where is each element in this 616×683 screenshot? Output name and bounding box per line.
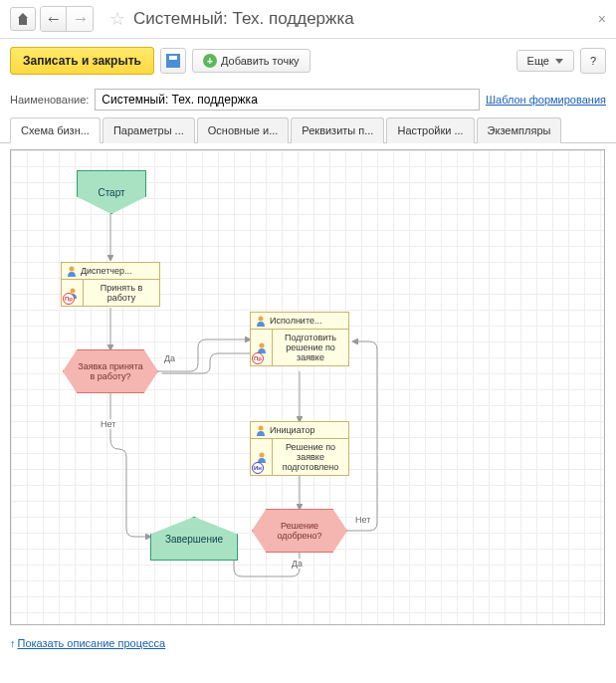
name-row: Наименование: Шаблон формирования bbox=[0, 83, 616, 116]
diagram-canvas[interactable]: Старт Диспетчер... Пр Принять в работу З… bbox=[10, 149, 605, 625]
help-button[interactable]: ? bbox=[580, 48, 606, 74]
badge-in: Ин bbox=[252, 462, 264, 474]
arrow-up-icon: ↑ bbox=[10, 637, 16, 649]
edge-label-yes2: Да bbox=[290, 559, 305, 569]
node-decision-approved[interactable]: Решение одобрено? bbox=[252, 509, 347, 553]
back-button[interactable]: 🡐 bbox=[41, 7, 67, 31]
show-description-link[interactable]: Показать описание процесса bbox=[18, 637, 166, 649]
more-label: Еще bbox=[527, 55, 549, 67]
person-icon bbox=[66, 265, 78, 277]
chevron-down-icon bbox=[555, 59, 563, 64]
nav-group: 🡐 🡒 bbox=[40, 6, 94, 32]
add-point-label: Добавить точку bbox=[221, 55, 300, 67]
template-link[interactable]: Шаблон формирования bbox=[486, 94, 606, 106]
arrow-right-icon: 🡒 bbox=[75, 13, 86, 25]
titlebar: 🡐 🡒 ☆ Системный: Тех. поддержка × bbox=[0, 0, 616, 39]
name-input[interactable] bbox=[95, 89, 480, 111]
plus-icon: + bbox=[203, 54, 217, 68]
save-close-button[interactable]: Записать и закрыть bbox=[10, 47, 154, 75]
svg-point-4 bbox=[259, 426, 264, 431]
more-button[interactable]: Еще bbox=[516, 50, 574, 72]
tab-req[interactable]: Реквизиты п... bbox=[291, 117, 384, 143]
svg-point-0 bbox=[70, 267, 75, 272]
edge-label-yes: Да bbox=[162, 353, 177, 363]
home-icon bbox=[16, 13, 30, 25]
canvas-wrap: Старт Диспетчер... Пр Принять в работу З… bbox=[0, 143, 616, 631]
footer: ↑Показать описание процесса bbox=[0, 631, 616, 655]
edge-label-no: Нет bbox=[99, 419, 117, 429]
svg-point-5 bbox=[259, 453, 264, 458]
add-point-button[interactable]: + Добавить точку bbox=[192, 49, 310, 73]
tab-params[interactable]: Параметры ... bbox=[103, 117, 195, 143]
node-initiator-task[interactable]: Инициатор Ин Решение по заявке подготовл… bbox=[250, 421, 349, 476]
person-icon bbox=[255, 424, 267, 436]
favorite-icon[interactable]: ☆ bbox=[109, 8, 125, 30]
tab-settings[interactable]: Настройки ... bbox=[386, 117, 474, 143]
edge-label-no2: Нет bbox=[353, 515, 372, 525]
node-dispatcher-task[interactable]: Диспетчер... Пр Принять в работу bbox=[61, 262, 160, 307]
arrow-left-icon: 🡐 bbox=[48, 13, 59, 25]
node-executor-task[interactable]: Исполните... Пр Подготовить решение по з… bbox=[250, 312, 349, 366]
svg-point-2 bbox=[259, 317, 264, 322]
node-decision-accepted[interactable]: Заявка принята в работу? bbox=[63, 349, 158, 393]
page-title: Системный: Тех. поддержка bbox=[133, 9, 598, 29]
person-icon bbox=[255, 315, 267, 327]
tab-main[interactable]: Основные и... bbox=[197, 117, 290, 143]
node-end[interactable]: Завершение bbox=[150, 517, 238, 561]
toolbar: Записать и закрыть + Добавить точку Еще … bbox=[0, 39, 616, 83]
tab-schema[interactable]: Схема бизн... bbox=[10, 117, 101, 143]
close-icon[interactable]: × bbox=[598, 11, 606, 27]
svg-point-3 bbox=[259, 343, 264, 348]
node-start[interactable]: Старт bbox=[77, 170, 146, 214]
name-label: Наименование: bbox=[10, 94, 89, 106]
forward-button[interactable]: 🡒 bbox=[67, 7, 93, 31]
save-button[interactable] bbox=[160, 48, 186, 74]
floppy-icon bbox=[166, 54, 180, 68]
badge-pr: Пр bbox=[63, 293, 75, 305]
tabs: Схема бизн... Параметры ... Основные и..… bbox=[0, 116, 616, 143]
badge-pr: Пр bbox=[252, 352, 264, 364]
tab-instances[interactable]: Экземпляры bbox=[477, 117, 562, 143]
home-button[interactable] bbox=[10, 7, 36, 31]
